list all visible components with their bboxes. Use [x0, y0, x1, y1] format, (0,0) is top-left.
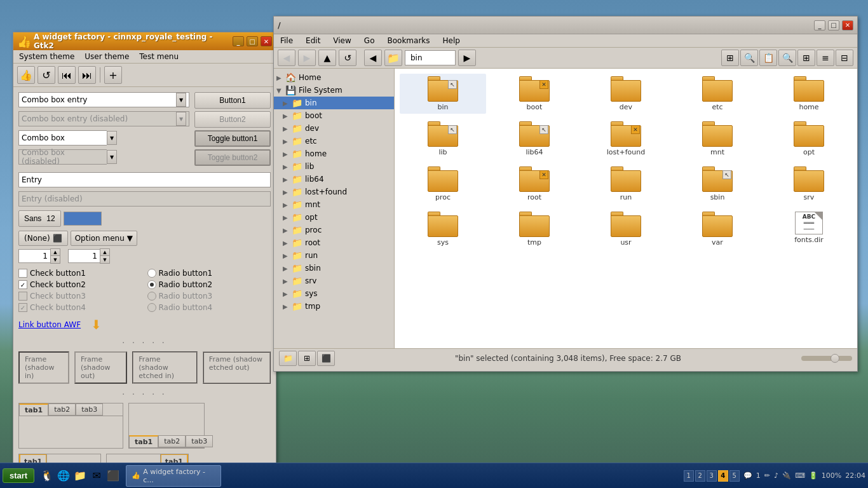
fm-file-lib[interactable]: ↖ lib: [400, 119, 486, 159]
fm-up-button[interactable]: ▲: [318, 50, 336, 66]
fm-file-root[interactable]: ✕ root: [491, 164, 578, 204]
wf-combo-box-arrow[interactable]: ▼: [107, 131, 117, 145]
fm-forward-button[interactable]: ▶: [298, 50, 316, 66]
fm-view-btn7[interactable]: ⊟: [836, 50, 853, 66]
wf-spinner1[interactable]: 1 ▲ ▼: [18, 248, 60, 264]
fm-tree-filesystem[interactable]: ▼ 💾 File System: [274, 84, 394, 97]
fm-next-location[interactable]: ▶: [458, 50, 476, 66]
wf-check1-box[interactable]: [18, 269, 27, 278]
taskbar-num-5[interactable]: 5: [729, 470, 740, 482]
wf-radio1[interactable]: Radio button1: [147, 269, 271, 278]
fm-view-btn2[interactable]: 🔍: [740, 50, 758, 66]
wf-spinner2[interactable]: 1 ▲ ▼: [68, 248, 110, 264]
fm-minimize-button[interactable]: _: [814, 20, 825, 30]
fm-status-btn3[interactable]: ⬛: [317, 351, 335, 366]
fm-file-usr[interactable]: usr: [583, 209, 669, 249]
wf-radio2[interactable]: Radio button2: [147, 280, 271, 289]
fm-tree-opt[interactable]: ▶ 📁 opt: [274, 211, 394, 224]
taskbar-icon-browser[interactable]: 🌐: [56, 468, 71, 484]
fm-view-btn3[interactable]: 📋: [759, 50, 777, 66]
taskbar-num-1[interactable]: 1: [684, 470, 694, 482]
fm-zoom-slider[interactable]: [801, 356, 852, 361]
wf-radio2-btn[interactable]: [147, 280, 156, 289]
wf-entry-normal[interactable]: Entry: [18, 172, 271, 187]
fm-maximize-button[interactable]: □: [828, 20, 839, 30]
wf-spinner2-down[interactable]: ▼: [100, 256, 109, 263]
wf-spinner1-up[interactable]: ▲: [51, 249, 60, 256]
wf-combo-entry-input[interactable]: Combo box entry ▼: [18, 92, 189, 107]
fm-view-btn6[interactable]: ≡: [817, 50, 834, 66]
fm-file-lib64[interactable]: ↖ lib64: [491, 119, 578, 159]
fm-file-run[interactable]: run: [583, 164, 669, 204]
taskbar-app-wf[interactable]: 👍 A widget factory - c...: [126, 465, 221, 487]
fm-menu-file[interactable]: File: [278, 36, 295, 46]
fm-tree-lost[interactable]: ▶ 📁 lost+found: [274, 186, 394, 198]
fm-tree-sbin[interactable]: ▶ 📁 sbin: [274, 262, 394, 274]
wf-toggle-button1[interactable]: Toggle button1: [194, 130, 271, 147]
wf-tabwidget1-tab2[interactable]: tab2: [48, 403, 76, 416]
wf-menu-user-theme[interactable]: User theme: [83, 51, 131, 62]
fm-menu-help[interactable]: Help: [440, 36, 463, 46]
wf-radio1-btn[interactable]: [147, 269, 156, 278]
wf-menu-test[interactable]: Test menu: [137, 51, 180, 62]
wf-check2-box[interactable]: ✓: [18, 280, 27, 289]
fm-refresh-button[interactable]: ↺: [339, 50, 356, 66]
wf-menu-system-theme[interactable]: System theme: [17, 51, 76, 62]
wf-option-menu[interactable]: Option menu ▼: [71, 231, 137, 246]
wf-none-button[interactable]: (None) ⬛: [18, 231, 68, 246]
fm-back-button[interactable]: ◀: [278, 50, 295, 66]
taskbar-num-3[interactable]: 3: [707, 470, 717, 482]
fm-file-sbin[interactable]: ↖ sbin: [674, 164, 761, 204]
wf-spinner1-input[interactable]: 1: [18, 249, 50, 263]
wf-tool-skipfwd[interactable]: ⏭: [78, 66, 96, 84]
taskbar-icon-files[interactable]: 📁: [72, 468, 88, 484]
taskbar-num-4[interactable]: 4: [718, 470, 728, 482]
fm-tree-boot[interactable]: ▶ 📁 boot: [274, 109, 394, 122]
fm-prev-location[interactable]: ◀: [364, 50, 382, 66]
wf-tool-skipback[interactable]: ⏮: [58, 66, 76, 84]
fm-tree-mnt[interactable]: ▶ 📁 mnt: [274, 198, 394, 211]
fm-tree-lib64[interactable]: ▶ 📁 lib64: [274, 173, 394, 186]
fm-file-sys[interactable]: sys: [400, 209, 486, 249]
fm-tree-home2[interactable]: ▶ 📁 home: [274, 147, 394, 160]
wf-tool-add[interactable]: +: [104, 66, 122, 84]
taskbar-num-2[interactable]: 2: [695, 470, 705, 482]
fm-tree-run[interactable]: ▶ 📁 run: [274, 249, 394, 262]
fm-file-home[interactable]: home: [766, 74, 852, 114]
fm-tree-tmp[interactable]: ▶ 📁 tmp: [274, 300, 394, 313]
fm-tree-proc[interactable]: ▶ 📁 proc: [274, 224, 394, 236]
wf-spinner2-up[interactable]: ▲: [100, 249, 109, 256]
fm-tree-etc[interactable]: ▶ 📁 etc: [274, 135, 394, 147]
fm-view-btn5[interactable]: ⊞: [797, 50, 815, 66]
fm-file-srv[interactable]: srv: [766, 164, 852, 204]
fm-view-btn1[interactable]: ⊞: [721, 50, 739, 66]
fm-file-lostfound[interactable]: ✕ lost+found: [583, 119, 669, 159]
wf-tabwidget2-tab2[interactable]: tab2: [158, 435, 186, 447]
fm-menu-view[interactable]: View: [330, 36, 353, 46]
taskbar-icon-terminal[interactable]: ⬛: [105, 468, 121, 484]
wf-combo-box[interactable]: Combo box ▼: [18, 130, 117, 146]
fm-tree-srv[interactable]: ▶ 📁 srv: [274, 274, 394, 287]
fm-tree-lib[interactable]: ▶ 📁 lib: [274, 160, 394, 173]
taskbar-icon-penguin[interactable]: 🐧: [39, 468, 55, 484]
wf-font-button[interactable]: Sans 12: [18, 210, 61, 227]
wf-check2[interactable]: ✓ Check button2: [18, 280, 142, 289]
wf-tool-thumbup[interactable]: 👍: [17, 66, 35, 84]
fm-file-fontsdir[interactable]: ABC═══─── fonts.dir: [766, 209, 852, 249]
fm-menu-bookmarks[interactable]: Bookmarks: [384, 36, 432, 46]
fm-file-tmp[interactable]: tmp: [491, 209, 578, 249]
fm-menu-go[interactable]: Go: [362, 36, 377, 46]
fm-file-etc[interactable]: etc: [674, 74, 761, 114]
fm-file-bin[interactable]: ↖ bin: [400, 74, 486, 114]
wf-tabwidget3-tab1[interactable]: tab1: [19, 454, 46, 463]
wf-tool-undo[interactable]: ↺: [37, 66, 55, 84]
fm-tree-home[interactable]: ▶ 🏠 Home: [274, 71, 394, 84]
wf-tabwidget1-tab3[interactable]: tab3: [76, 403, 103, 416]
wf-combo-entry-arrow[interactable]: ▼: [176, 93, 186, 107]
taskbar-icon-mail[interactable]: ✉: [89, 468, 104, 484]
taskbar-start-button[interactable]: start: [3, 468, 34, 483]
wf-spinner2-input[interactable]: 1: [68, 249, 100, 263]
wf-tabwidget2-tab1[interactable]: tab1: [129, 435, 158, 447]
wf-button1[interactable]: Button1: [194, 92, 271, 109]
wf-check1[interactable]: Check button1: [18, 269, 142, 278]
